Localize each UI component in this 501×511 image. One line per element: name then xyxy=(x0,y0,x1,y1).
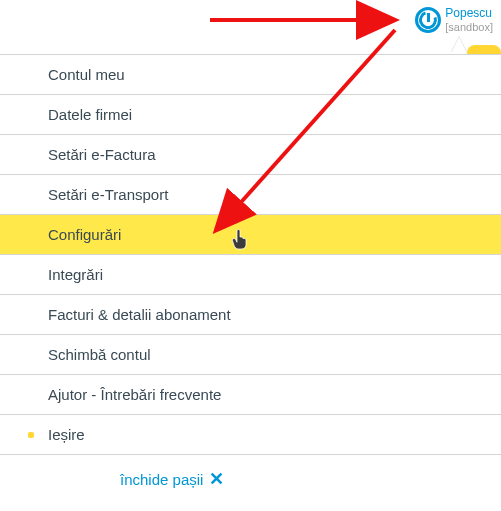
menu-item-label: Schimbă contul xyxy=(48,346,151,363)
menu-item-config[interactable]: Configurări xyxy=(0,215,501,255)
menu-item-label: Contul meu xyxy=(48,66,125,83)
menu-item-label: Configurări xyxy=(48,226,121,243)
power-icon xyxy=(415,7,441,33)
menu-item-etransport[interactable]: Setări e-Transport xyxy=(0,175,501,215)
dot-icon xyxy=(28,432,34,438)
menu-item-switch[interactable]: Schimbă contul xyxy=(0,335,501,375)
menu-item-integrations[interactable]: Integrări xyxy=(0,255,501,295)
menu-item-label: Ieșire xyxy=(48,426,85,443)
menu-item-account[interactable]: Contul meu xyxy=(0,55,501,95)
menu-item-label: Setări e-Transport xyxy=(48,186,168,203)
close-steps-link[interactable]: închide pașii ✕ xyxy=(0,455,501,503)
menu-item-label: Integrări xyxy=(48,266,103,283)
user-dropdown-menu: Contul meu Datele firmei Setări e-Factur… xyxy=(0,54,501,503)
user-text: Popescu [sandbox] xyxy=(445,7,493,32)
menu-item-logout[interactable]: Ieșire xyxy=(0,415,501,455)
dropdown-tail xyxy=(451,37,467,53)
menu-item-help[interactable]: Ajutor - Întrebări frecvente xyxy=(0,375,501,415)
menu-item-label: Facturi & detalii abonament xyxy=(48,306,231,323)
menu-item-label: Ajutor - Întrebări frecvente xyxy=(48,386,221,403)
menu-item-efactura[interactable]: Setări e-Factura xyxy=(0,135,501,175)
menu-item-label: Setări e-Factura xyxy=(48,146,156,163)
close-steps-label: închide pașii xyxy=(120,471,203,488)
menu-item-invoices[interactable]: Facturi & detalii abonament xyxy=(0,295,501,335)
menu-item-company[interactable]: Datele firmei xyxy=(0,95,501,135)
close-icon: ✕ xyxy=(209,468,224,490)
user-env: [sandbox] xyxy=(445,21,493,33)
user-name: Popescu xyxy=(445,7,493,20)
top-bar: Popescu [sandbox] xyxy=(0,0,501,40)
user-menu-trigger[interactable]: Popescu [sandbox] xyxy=(415,7,493,33)
menu-item-label: Datele firmei xyxy=(48,106,132,123)
